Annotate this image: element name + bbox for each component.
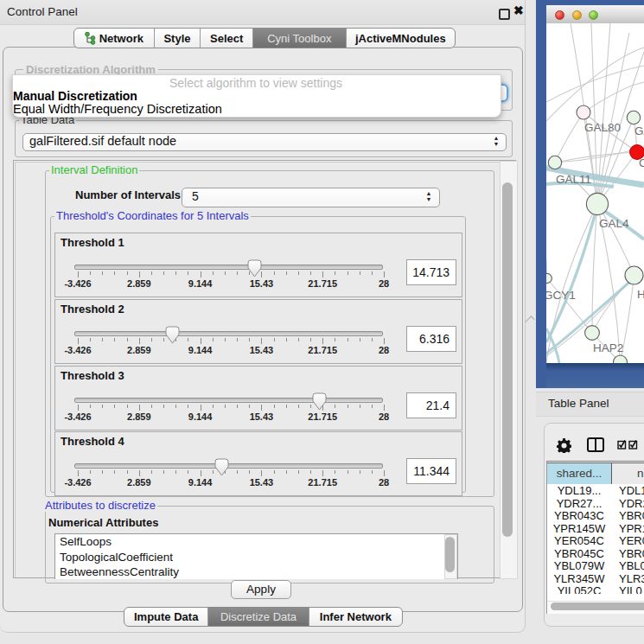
svg-text:HI: HI	[637, 288, 644, 301]
svg-text:GA: GA	[634, 124, 644, 137]
svg-text:HAP2: HAP2	[593, 341, 623, 354]
svg-text:GCY1: GCY1	[546, 289, 576, 302]
svg-text:CD: CD	[639, 156, 644, 169]
svg-text:GAL4: GAL4	[599, 217, 629, 230]
svg-text:GAL80: GAL80	[584, 121, 621, 134]
svg-text:GAL11: GAL11	[556, 173, 591, 186]
